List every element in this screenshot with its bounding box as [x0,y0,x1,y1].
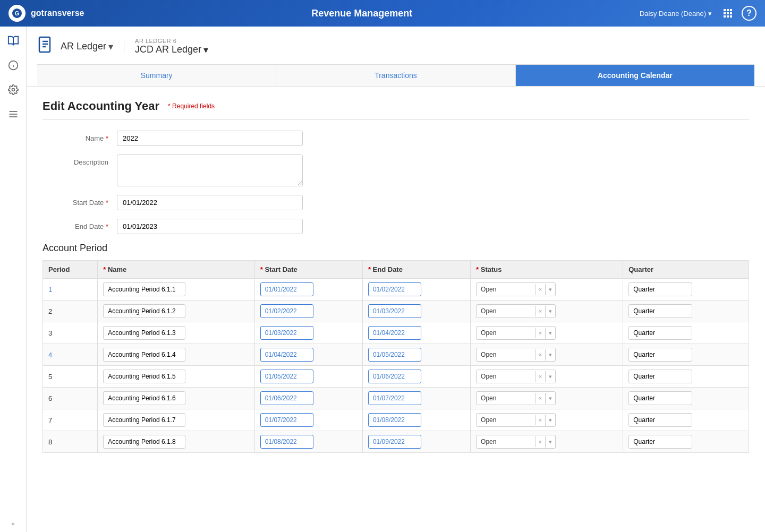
status-clear-button[interactable]: × [535,328,545,338]
status-dropdown-arrow[interactable]: ▾ [545,349,555,361]
sidebar-icon-book[interactable] [5,33,21,49]
status-select[interactable]: Open×▾ [476,304,556,318]
nav-right: Daisy Deane (Deane) ▾ ? [640,6,756,21]
period-start-date-input[interactable] [260,282,313,296]
period-status-cell: Open×▾ [471,366,623,388]
status-clear-button[interactable]: × [535,393,545,404]
quarter-input[interactable] [628,326,692,340]
ledger-title[interactable]: AR Ledger ▾ [61,41,124,53]
status-dropdown-arrow[interactable]: ▾ [545,393,555,404]
period-name-input[interactable] [103,413,185,427]
quarter-input[interactable] [628,435,692,449]
status-dropdown-arrow[interactable]: ▾ [545,415,555,426]
left-sidebar: » [0,27,27,532]
status-select[interactable]: Open×▾ [476,370,556,383]
status-clear-button[interactable]: × [535,284,545,295]
status-select[interactable]: Open×▾ [476,413,556,427]
period-quarter-cell [623,322,749,344]
sidebar-icon-list[interactable] [5,106,21,122]
quarter-input[interactable] [628,370,692,383]
period-table: Period * Name * Start Date * End Date * … [42,260,749,453]
ar-ledger-dropdown-arrow: ▾ [203,44,208,56]
quarter-input[interactable] [628,391,692,405]
sidebar-icon-info[interactable] [5,57,21,73]
account-period-title: Account Period [42,243,749,254]
start-date-input[interactable] [117,195,303,210]
form-row-end-date: End Date * [42,219,749,234]
period-end-date-input[interactable] [368,435,421,449]
status-dropdown-arrow[interactable]: ▾ [545,328,555,339]
period-name-input[interactable] [103,326,185,340]
quarter-input[interactable] [628,348,692,362]
period-start-date-cell [254,279,362,301]
description-input[interactable] [117,155,303,186]
tab-transactions[interactable]: Transactions [276,65,515,86]
ar-ledger-label: AR LEDGER 6 [135,38,208,44]
svg-rect-10 [730,15,732,18]
grid-icon[interactable] [720,6,735,21]
help-icon[interactable]: ? [742,6,756,21]
col-start-date: * Start Date [254,261,362,279]
status-clear-button[interactable]: × [535,415,545,425]
period-start-date-input[interactable] [260,370,313,383]
status-clear-button[interactable]: × [535,436,545,447]
end-date-input[interactable] [117,219,303,234]
period-end-date-cell [362,388,470,409]
period-status-cell: Open×▾ [471,301,623,322]
status-clear-button[interactable]: × [535,306,545,316]
period-start-date-input[interactable] [260,391,313,405]
period-number[interactable]: 1 [43,279,98,301]
period-end-date-input[interactable] [368,391,421,405]
period-start-date-input[interactable] [260,348,313,362]
period-end-date-input[interactable] [368,413,421,427]
app-logo[interactable]: G [8,5,26,22]
quarter-input[interactable] [628,304,692,318]
status-dropdown-arrow[interactable]: ▾ [545,284,555,295]
status-select[interactable]: Open×▾ [476,282,556,296]
period-end-date-cell [362,322,470,344]
table-row: 6Open×▾ [43,388,749,409]
period-start-date-input[interactable] [260,304,313,318]
ledger-header: AR Ledger ▾ AR LEDGER 6 JCD AR Ledger ▾ [37,35,754,58]
period-name-input[interactable] [103,435,185,449]
period-name-input[interactable] [103,304,185,318]
status-dropdown-arrow[interactable]: ▾ [545,436,555,448]
period-name-input[interactable] [103,370,185,383]
end-date-label: End Date * [42,219,117,230]
user-menu[interactable]: Daisy Deane (Deane) ▾ [640,10,712,18]
period-start-date-cell [254,344,362,366]
status-clear-button[interactable]: × [535,371,545,382]
period-end-date-input[interactable] [368,370,421,383]
name-required: * [106,134,108,142]
tab-accounting-calendar[interactable]: Accounting Calendar [516,65,754,86]
status-select[interactable]: Open×▾ [476,326,556,340]
period-number[interactable]: 4 [43,344,98,366]
period-end-date-cell [362,279,470,301]
ar-ledger-name[interactable]: JCD AR Ledger ▾ [135,44,208,56]
period-name-input[interactable] [103,282,185,296]
name-input[interactable] [117,131,303,146]
status-clear-button[interactable]: × [535,349,545,360]
period-start-date-input[interactable] [260,326,313,340]
quarter-input[interactable] [628,413,692,427]
sidebar-expand[interactable]: » [11,520,14,527]
period-end-date-input[interactable] [368,348,421,362]
period-end-date-input[interactable] [368,282,421,296]
status-select[interactable]: Open×▾ [476,391,556,405]
tab-summary[interactable]: Summary [37,65,276,86]
status-dropdown-arrow[interactable]: ▾ [545,306,555,317]
status-select[interactable]: Open×▾ [476,348,556,362]
period-start-date-cell [254,431,362,453]
period-end-date-input[interactable] [368,326,421,340]
quarter-input[interactable] [628,282,692,296]
period-name-input[interactable] [103,348,185,362]
main-wrapper: » AR Ledger ▾ [0,27,765,532]
sidebar-icon-settings[interactable] [5,82,21,98]
period-name-input[interactable] [103,391,185,405]
period-end-date-input[interactable] [368,304,421,318]
svg-point-14 [12,89,14,91]
status-dropdown-arrow[interactable]: ▾ [545,371,555,382]
period-start-date-input[interactable] [260,435,313,449]
status-select[interactable]: Open×▾ [476,435,556,449]
period-start-date-input[interactable] [260,413,313,427]
